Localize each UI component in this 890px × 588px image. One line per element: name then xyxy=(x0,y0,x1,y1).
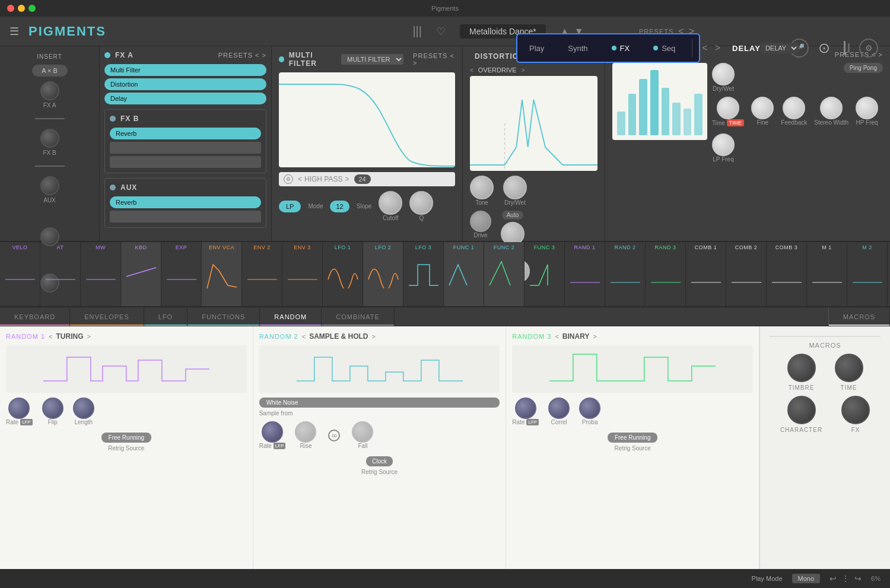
r2-rise-knob[interactable] xyxy=(295,421,316,443)
delay-drywet-knob[interactable] xyxy=(712,63,735,85)
tab-envelopes[interactable]: ENVELOPES xyxy=(70,307,144,326)
delay-type-dropdown[interactable]: DELAY xyxy=(761,43,799,53)
r3-free-running-btn[interactable]: Free Running xyxy=(608,433,658,443)
fine-knob[interactable] xyxy=(751,97,774,119)
tab-random[interactable]: RANDOM xyxy=(260,307,322,326)
fxa-slot-multifilter[interactable]: Multi Filter xyxy=(104,64,266,76)
tab-combinate[interactable]: COMBINATE xyxy=(322,307,395,326)
feedback-knob[interactable] xyxy=(783,97,805,119)
mod-env3[interactable]: ENV 3 xyxy=(282,242,323,306)
mod-comb3[interactable]: COMB 3 xyxy=(767,242,807,306)
hp-arrow-left[interactable]: < xyxy=(298,175,302,183)
mode-btn[interactable]: LP xyxy=(279,201,301,212)
mod-comb2[interactable]: COMB 2 xyxy=(726,242,767,306)
cutoff-knob[interactable] xyxy=(379,191,402,215)
settings-icon[interactable]: ⚙ xyxy=(859,39,878,58)
fxa-knob[interactable] xyxy=(40,81,59,100)
r1-free-running-btn[interactable]: Free Running xyxy=(101,433,152,443)
hp-arrows[interactable]: < HIGH PASS > xyxy=(298,175,349,183)
ping-pong-btn[interactable]: Ping Pong xyxy=(844,63,883,73)
r3-rate-knob[interactable] xyxy=(515,398,536,419)
hp-arrow-right[interactable]: > xyxy=(345,175,349,183)
r1-flip-knob[interactable] xyxy=(42,398,63,419)
mod-func3[interactable]: FUNC 3 xyxy=(525,242,565,306)
tab-synth[interactable]: Synth xyxy=(556,34,599,62)
knob-icon[interactable]: ⊙ xyxy=(818,40,830,56)
tab-seq[interactable]: Seq xyxy=(641,34,687,62)
slope-btn[interactable]: 12 xyxy=(330,201,349,212)
random-3-left[interactable]: < xyxy=(555,333,558,340)
dist-left-arrow[interactable]: < xyxy=(470,67,473,74)
auto-btn[interactable]: Auto xyxy=(502,211,524,220)
time-knob[interactable] xyxy=(717,97,739,119)
close-button[interactable] xyxy=(7,5,14,12)
mod-func1[interactable]: FUNC 1 xyxy=(444,242,484,306)
filter-sub-icon[interactable]: ⚙ xyxy=(284,174,293,184)
lpfreq-knob[interactable] xyxy=(712,134,735,156)
redo-icon[interactable]: ↪ xyxy=(854,574,862,583)
r1-length-knob[interactable] xyxy=(73,398,94,419)
delay-slider-7[interactable] xyxy=(694,94,703,135)
filter-presets[interactable]: PRESETS < > xyxy=(413,52,455,66)
delay-slider-1[interactable] xyxy=(628,94,637,135)
mod-lfo2[interactable]: LFO 2 xyxy=(363,242,403,306)
tab-play[interactable]: Play xyxy=(517,34,556,62)
tab-keyboard[interactable]: KEYBOARD xyxy=(0,307,70,326)
r2-whitenoise-btn[interactable]: White Noise xyxy=(259,398,500,408)
heart-icon[interactable]: ♡ xyxy=(436,25,446,38)
mod-env-vca[interactable]: ENV VCA xyxy=(202,242,242,306)
delay-slider-2[interactable] xyxy=(639,79,647,135)
mod-m2[interactable]: M 2 xyxy=(847,242,888,306)
fullscreen-button[interactable] xyxy=(28,5,36,12)
mod-comb1[interactable]: COMB 1 xyxy=(686,242,726,306)
tab-fx[interactable]: FX xyxy=(600,34,642,62)
mod-func2[interactable]: FUNC 2 xyxy=(484,242,525,306)
dist-right-arrow[interactable]: > xyxy=(522,67,525,74)
waveform-icon[interactable]: ||| xyxy=(412,24,422,38)
delay-slider-5[interactable] xyxy=(672,103,681,135)
tone-knob[interactable] xyxy=(470,176,494,199)
fxb-slot-reverb[interactable]: Reverb xyxy=(110,128,261,139)
mod-kbd[interactable]: KBD xyxy=(121,242,161,306)
mod-velo[interactable]: VELO xyxy=(0,242,40,306)
aux-slot-reverb[interactable]: Reverb xyxy=(110,196,261,208)
mod-lfo1[interactable]: LFO 1 xyxy=(323,242,363,306)
random-1-right[interactable]: > xyxy=(87,333,91,340)
mod-at[interactable]: AT xyxy=(40,242,81,306)
tab-lfo[interactable]: LFO xyxy=(144,307,187,326)
mono-badge[interactable]: Mono xyxy=(792,574,821,583)
hpfreq-knob[interactable] xyxy=(856,97,878,119)
mod-rand1[interactable]: RAND 1 xyxy=(565,242,605,306)
mod-rand2[interactable]: RAND 2 xyxy=(605,242,646,306)
tab-functions[interactable]: FUNCTIONS xyxy=(187,307,260,326)
time-macro-knob[interactable] xyxy=(835,354,863,382)
random-1-left[interactable]: < xyxy=(49,333,52,340)
mod-m1[interactable]: M 1 xyxy=(807,242,847,306)
mod-lfo3[interactable]: LFO 3 xyxy=(403,242,444,306)
fxa-slot-delay[interactable]: Delay xyxy=(104,93,266,104)
tab-macros[interactable]: MACROS xyxy=(828,307,890,326)
delay-nav-left[interactable]: < xyxy=(697,43,712,53)
random-2-right[interactable]: > xyxy=(372,333,376,340)
delay-slider-4[interactable] xyxy=(662,88,670,135)
insert-ab-btn[interactable]: A × B xyxy=(32,65,68,77)
character-knob[interactable] xyxy=(787,396,816,424)
hp-value[interactable]: 24 xyxy=(354,174,371,184)
mod-rand3[interactable]: RAND 3 xyxy=(646,242,686,306)
q-knob[interactable] xyxy=(409,191,433,215)
r1-rate-knob[interactable] xyxy=(8,398,30,419)
delay-slider-3[interactable] xyxy=(650,70,659,135)
r3-correl-knob[interactable] xyxy=(548,398,570,419)
zoom-level[interactable]: 6% xyxy=(871,575,881,582)
delay-nav-right[interactable]: > xyxy=(713,43,723,53)
delay-slider-0[interactable] xyxy=(617,112,625,135)
r2-link-icon[interactable]: ∞ xyxy=(328,430,340,441)
r3-proba-knob[interactable] xyxy=(579,398,600,419)
random-2-left[interactable]: < xyxy=(302,333,306,340)
fx-knob[interactable] xyxy=(841,396,870,424)
fxa-presets[interactable]: PRESETS < > xyxy=(218,52,266,59)
fxb-knob[interactable] xyxy=(40,129,59,148)
timbre-knob[interactable] xyxy=(787,354,816,382)
r2-clock-btn[interactable]: Clock xyxy=(366,456,393,466)
delay-slider-6[interactable] xyxy=(684,109,692,135)
